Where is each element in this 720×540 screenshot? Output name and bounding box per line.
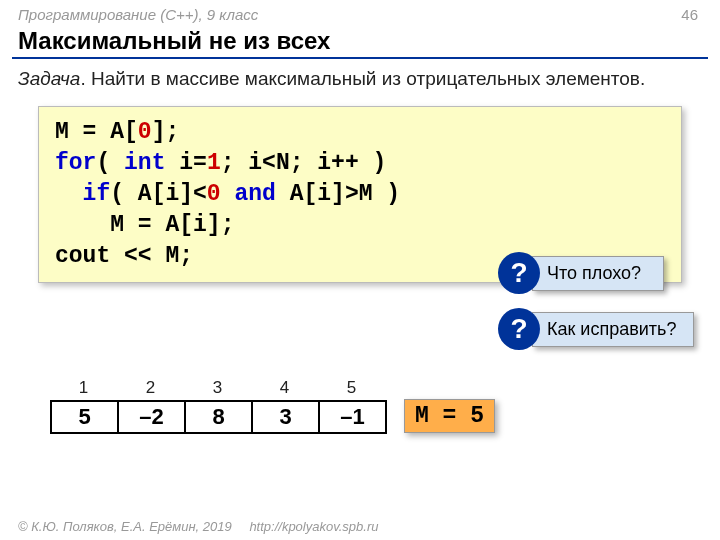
callout-1-text: Что плохо? [532, 256, 664, 291]
footer-url: http://kpolyakov.spb.ru [249, 519, 378, 534]
array-cell: 5 [52, 400, 119, 434]
code-line-4: M = A[i]; [55, 210, 665, 241]
question-icon: ? [498, 252, 540, 294]
task-label: Задача [18, 68, 80, 89]
code-line-3: if( A[i]<0 and A[i]>M ) [55, 179, 665, 210]
callout-2: ? Как исправить? [498, 308, 694, 350]
page-number: 46 [681, 6, 698, 23]
question-icon: ? [498, 308, 540, 350]
header-context: Программирование (C++), 9 класс [0, 0, 720, 23]
array-index: 2 [117, 378, 184, 398]
slide-title: Максимальный не из всех [0, 23, 720, 57]
array-block: 1 2 3 4 5 5 –2 8 3 –1 [50, 378, 387, 434]
callout-2-text: Как исправить? [532, 312, 694, 347]
copyright: © К.Ю. Поляков, Е.А. Ерёмин, 2019 [18, 519, 232, 534]
array-cell: 3 [253, 400, 320, 434]
array-cells: 5 –2 8 3 –1 [50, 400, 387, 434]
array-index: 4 [251, 378, 318, 398]
callout-1: ? Что плохо? [498, 252, 694, 294]
array-cell: –2 [119, 400, 186, 434]
task-body: . Найти в массиве максимальный из отрица… [80, 68, 645, 89]
array-index: 5 [318, 378, 385, 398]
result-box: M = 5 [404, 399, 495, 433]
array-index: 3 [184, 378, 251, 398]
array-indices: 1 2 3 4 5 [50, 378, 387, 398]
callouts: ? Что плохо? ? Как исправить? [498, 252, 694, 364]
array-cell: –1 [320, 400, 387, 434]
code-line-2: for( int i=1; i<N; i++ ) [55, 148, 665, 179]
task-text: Задача. Найти в массиве максимальный из … [0, 59, 720, 102]
code-line-1: M = A[0]; [55, 117, 665, 148]
footer: © К.Ю. Поляков, Е.А. Ерёмин, 2019 http:/… [18, 519, 378, 534]
array-index: 1 [50, 378, 117, 398]
array-cell: 8 [186, 400, 253, 434]
